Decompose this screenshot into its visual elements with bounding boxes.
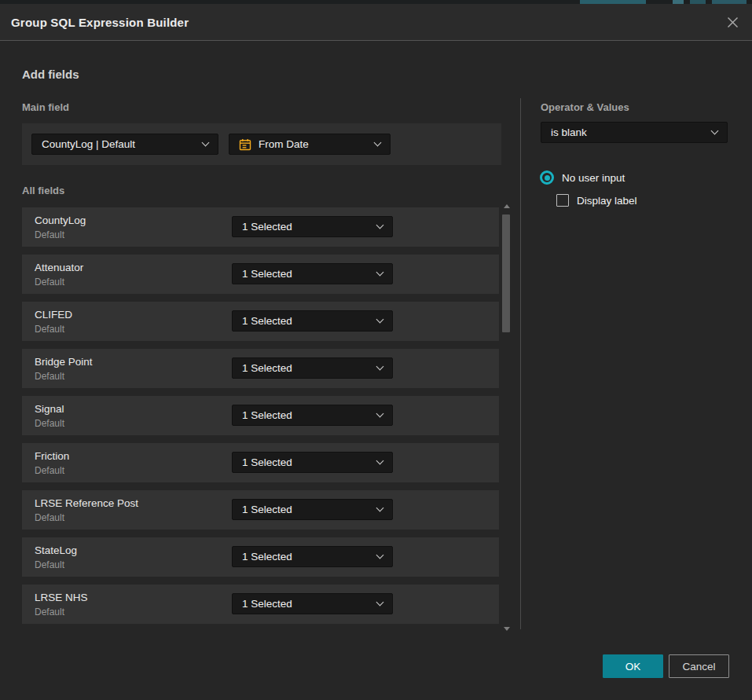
chevron-down-icon: [376, 410, 384, 418]
field-name: LRSE NHS: [35, 592, 232, 603]
field-text: StateLogDefault: [35, 544, 232, 570]
field-selected-dropdown[interactable]: 1 Selected: [232, 593, 393, 614]
field-sublabel: Default: [35, 229, 232, 240]
dialog-title: Group SQL Expression Builder: [11, 16, 189, 29]
field-selected-dropdown[interactable]: 1 Selected: [232, 546, 393, 567]
scrollbar-thumb[interactable]: [502, 214, 510, 332]
display-label-checkbox[interactable]: Display label: [556, 194, 637, 207]
field-name: LRSE Reference Post: [35, 497, 232, 509]
close-icon[interactable]: [725, 15, 739, 29]
field-selected-value: 1 Selected: [242, 409, 371, 421]
field-name: CLIFED: [35, 309, 232, 321]
chevron-down-icon: [376, 222, 384, 229]
chevron-down-icon: [376, 363, 384, 371]
field-row: StateLogDefault1 Selected: [22, 537, 499, 577]
field-row: CountyLogDefault1 Selected: [22, 207, 499, 247]
scroll-down-icon[interactable]: [504, 627, 510, 631]
chevron-down-icon: [376, 269, 384, 277]
field-name: Signal: [35, 403, 232, 415]
field-selected-dropdown[interactable]: 1 Selected: [232, 452, 393, 473]
field-row: CLIFEDDefault1 Selected: [22, 302, 499, 341]
chevron-down-icon: [202, 139, 210, 147]
field-selected-value: 1 Selected: [242, 456, 371, 468]
field-selected-dropdown[interactable]: 1 Selected: [232, 357, 393, 379]
field-select-dropdown[interactable]: From Date: [229, 134, 391, 155]
field-sublabel: Default: [35, 559, 232, 570]
layer-select-dropdown[interactable]: CountyLog | Default: [31, 134, 218, 155]
main-field-panel: CountyLog | Default From Date: [22, 123, 501, 165]
chevron-down-icon: [374, 139, 382, 147]
dialog-titlebar: Group SQL Expression Builder: [0, 4, 752, 41]
field-text: SignalDefault: [35, 403, 232, 429]
chevron-down-icon: [376, 316, 384, 324]
field-selected-dropdown[interactable]: 1 Selected: [232, 310, 393, 332]
field-name: CountyLog: [35, 214, 232, 226]
field-sublabel: Default: [35, 607, 232, 618]
field-text: FrictionDefault: [35, 450, 232, 476]
field-row: SignalDefault1 Selected: [22, 396, 499, 435]
field-selected-dropdown[interactable]: 1 Selected: [232, 405, 393, 426]
field-sublabel: Default: [35, 465, 232, 476]
field-selected-value: 1 Selected: [242, 504, 371, 515]
layer-select-value: CountyLog | Default: [42, 138, 196, 150]
field-name: Attenuator: [35, 262, 232, 273]
field-text: AttenuatorDefault: [35, 262, 232, 288]
chevron-down-icon: [376, 457, 384, 465]
field-sublabel: Default: [35, 324, 232, 335]
checkbox-unchecked-icon: [556, 194, 569, 207]
field-selected-value: 1 Selected: [242, 551, 371, 563]
cancel-button[interactable]: Cancel: [669, 654, 729, 678]
field-selected-value: 1 Selected: [242, 598, 371, 610]
main-field-label: Main field: [22, 101, 69, 113]
all-fields-label: All fields: [22, 185, 64, 196]
fields-list-scrollbar[interactable]: [501, 202, 512, 633]
no-user-input-label: No user input: [562, 172, 625, 184]
field-text: CountyLogDefault: [35, 214, 232, 240]
field-selected-dropdown[interactable]: 1 Selected: [232, 499, 393, 520]
field-row: LRSE Reference PostDefault1 Selected: [22, 490, 499, 530]
field-name: StateLog: [35, 544, 232, 556]
field-sublabel: Default: [35, 512, 232, 523]
field-text: LRSE NHSDefault: [35, 592, 232, 618]
field-text: CLIFEDDefault: [35, 309, 232, 335]
chevron-down-icon: [376, 599, 384, 607]
operator-value: is blank: [551, 126, 706, 138]
field-row: AttenuatorDefault1 Selected: [22, 255, 499, 294]
field-text: Bridge PointDefault: [35, 356, 232, 382]
field-selected-value: 1 Selected: [242, 221, 371, 233]
field-selected-value: 1 Selected: [242, 362, 371, 374]
ok-button[interactable]: OK: [603, 654, 663, 678]
field-row: Bridge PointDefault1 Selected: [22, 349, 499, 388]
chevron-down-icon: [711, 127, 719, 135]
field-sublabel: Default: [35, 277, 232, 288]
field-row: FrictionDefault1 Selected: [22, 443, 499, 482]
field-text: LRSE Reference PostDefault: [35, 497, 232, 523]
field-name: Friction: [35, 450, 232, 462]
chevron-down-icon: [376, 504, 384, 512]
all-fields-list: CountyLogDefault1 SelectedAttenuatorDefa…: [22, 207, 499, 632]
display-label-label: Display label: [577, 195, 637, 207]
field-name: Bridge Point: [35, 356, 232, 368]
field-selected-value: 1 Selected: [242, 268, 371, 280]
vertical-divider: [520, 98, 521, 629]
field-sublabel: Default: [35, 371, 232, 382]
field-sublabel: Default: [35, 418, 232, 429]
calendar-icon: [239, 138, 251, 151]
field-row: LRSE NHSDefault1 Selected: [22, 585, 499, 624]
chevron-down-icon: [376, 552, 384, 559]
radio-selected-icon: [540, 170, 554, 185]
field-selected-dropdown[interactable]: 1 Selected: [232, 263, 393, 284]
no-user-input-radio[interactable]: No user input: [540, 170, 625, 185]
operator-values-heading: Operator & Values: [541, 101, 629, 113]
scroll-up-icon[interactable]: [504, 204, 510, 208]
operator-dropdown[interactable]: is blank: [541, 122, 728, 143]
field-select-value: From Date: [259, 138, 369, 150]
add-fields-heading: Add fields: [22, 68, 79, 81]
field-selected-value: 1 Selected: [242, 315, 371, 327]
dialog-footer: OK Cancel: [0, 654, 752, 679]
field-selected-dropdown[interactable]: 1 Selected: [232, 216, 393, 237]
